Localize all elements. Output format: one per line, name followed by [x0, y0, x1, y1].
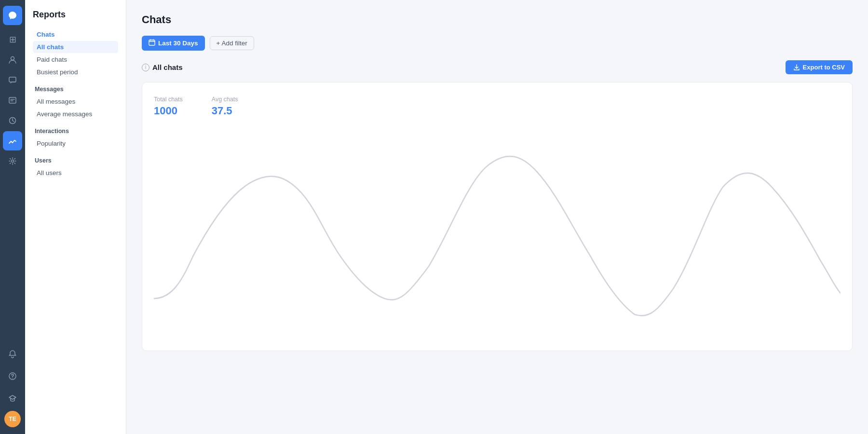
sidebar-item-average-messages[interactable]: Average messages — [33, 108, 118, 120]
export-button[interactable]: Export to CSV — [786, 60, 853, 74]
sidebar-item-all-users[interactable]: All users — [33, 167, 118, 179]
sidebar-item-all-chats[interactable]: All chats — [33, 41, 118, 53]
contacts-icon[interactable] — [3, 50, 22, 69]
avg-chats-value: 37.5 — [212, 105, 238, 117]
tickets-icon[interactable] — [3, 91, 22, 110]
reports-icon[interactable] — [3, 131, 22, 150]
section-title-row: i All chats — [142, 63, 183, 71]
toolbar: Last 30 Days + Add filter — [142, 36, 853, 51]
svg-point-4 — [12, 160, 14, 163]
brand-icon[interactable] — [3, 6, 22, 25]
academy-icon[interactable] — [3, 389, 22, 408]
svg-point-0 — [11, 57, 14, 60]
total-chats-metric: Total chats 1000 — [154, 96, 183, 117]
export-label: Export to CSV — [803, 64, 845, 71]
sidebar-section-messages: Messages — [33, 86, 118, 93]
sidebar: Reports Chats All chats Paid chats Busie… — [25, 0, 126, 434]
avatar[interactable]: TE — [4, 411, 21, 427]
history-icon[interactable] — [3, 111, 22, 130]
info-icon: i — [142, 64, 149, 71]
icon-bar-bottom: TE — [3, 344, 22, 434]
svg-rect-2 — [9, 97, 16, 103]
sidebar-section-users: Users — [33, 157, 118, 164]
main-inner: Chats Last 30 Days + Add filter i All ch… — [126, 0, 868, 434]
avg-chats-label: Avg chats — [212, 96, 238, 103]
sidebar-item-paid-chats[interactable]: Paid chats — [33, 54, 118, 66]
metrics-row: Total chats 1000 Avg chats 37.5 — [154, 96, 841, 117]
svg-rect-1 — [9, 77, 16, 82]
sidebar-title: Reports — [33, 10, 118, 20]
sidebar-item-chats[interactable]: Chats — [33, 28, 118, 41]
sidebar-item-all-messages[interactable]: All messages — [33, 95, 118, 108]
sidebar-section-interactions: Interactions — [33, 128, 118, 135]
icon-bar: ⊞ TE — [0, 0, 25, 434]
total-chats-value: 1000 — [154, 105, 183, 117]
svg-rect-7 — [149, 40, 155, 45]
add-filter-button[interactable]: + Add filter — [210, 36, 254, 50]
sidebar-item-busiest-period[interactable]: Busiest period — [33, 66, 118, 78]
section-title: All chats — [152, 63, 183, 71]
icon-bar-top: ⊞ — [3, 6, 22, 342]
calendar-icon — [149, 39, 155, 47]
bell-icon[interactable] — [3, 344, 22, 364]
add-filter-label: + Add filter — [217, 40, 247, 47]
section-header: i All chats Export to CSV — [142, 60, 853, 74]
date-filter-label: Last 30 Days — [158, 40, 198, 47]
messages-icon[interactable] — [3, 70, 22, 90]
main-content: Chats Last 30 Days + Add filter i All ch… — [126, 0, 868, 434]
chart-area — [154, 129, 841, 341]
home-icon[interactable]: ⊞ — [3, 30, 22, 49]
chart-card: Total chats 1000 Avg chats 37.5 — [142, 82, 853, 351]
gear-icon[interactable] — [3, 151, 22, 171]
svg-point-6 — [12, 378, 13, 379]
total-chats-label: Total chats — [154, 96, 183, 103]
sidebar-item-popularity[interactable]: Popularity — [33, 137, 118, 149]
date-filter-button[interactable]: Last 30 Days — [142, 36, 205, 51]
page-title: Chats — [142, 14, 853, 26]
help-icon[interactable] — [3, 366, 22, 386]
avg-chats-metric: Avg chats 37.5 — [212, 96, 238, 117]
line-chart-svg — [154, 129, 841, 341]
